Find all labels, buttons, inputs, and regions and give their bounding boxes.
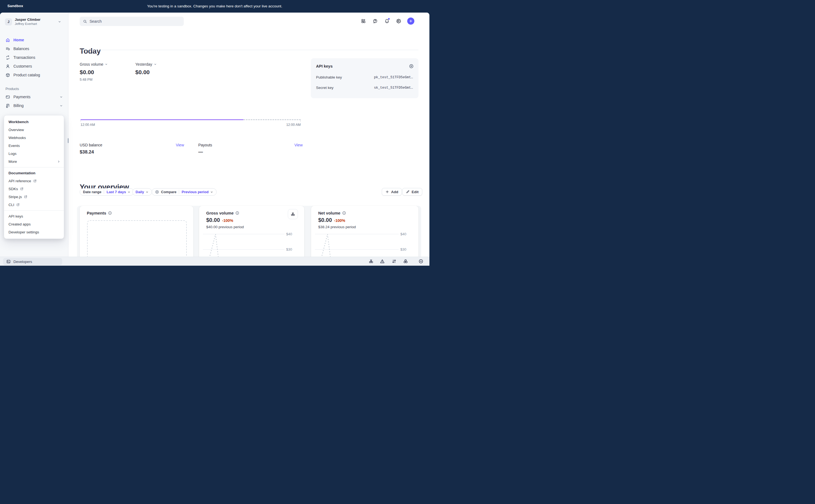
gross-volume-delta: -100% bbox=[222, 218, 233, 223]
account-switcher[interactable]: J Jasper Climber Jeffrey Everhart bbox=[3, 16, 65, 27]
explore-binoculars-icon[interactable] bbox=[369, 259, 374, 264]
gross-volume-value: $0.00 bbox=[80, 69, 108, 76]
menu-item-created-apps[interactable]: Created apps bbox=[4, 220, 64, 228]
menu-item-api-reference[interactable]: API reference bbox=[4, 177, 64, 185]
terminal-icon bbox=[6, 259, 11, 264]
payments-icon bbox=[5, 95, 10, 99]
sidebar-item-label: Payments bbox=[13, 95, 30, 99]
net-volume-figures: $0.00 -100% bbox=[318, 217, 345, 223]
external-link-icon bbox=[20, 187, 24, 191]
y-tick-40: $40 bbox=[400, 232, 412, 236]
net-volume-card-title: Net volume bbox=[318, 211, 346, 215]
notifications-bell-icon[interactable] bbox=[385, 19, 389, 24]
webhooks-knot-icon[interactable] bbox=[403, 259, 408, 264]
interval-value: Daily bbox=[135, 190, 144, 194]
gross-volume-selector[interactable]: Gross volume bbox=[80, 62, 108, 66]
menu-item-logs[interactable]: Logs bbox=[4, 150, 64, 158]
billing-icon bbox=[5, 103, 10, 108]
publishable-key-value[interactable]: pk_test_51TFD5eGmt… bbox=[374, 76, 413, 79]
yesterday-selector[interactable]: Yesterday bbox=[135, 62, 157, 66]
net-volume-delta: -100% bbox=[334, 218, 345, 223]
x-axis-end-label: 12:00 AM bbox=[273, 123, 301, 127]
sidebar-item-label: Balances bbox=[13, 47, 29, 51]
info-icon[interactable] bbox=[342, 211, 346, 215]
popup-heading-workbench: Workbench bbox=[4, 118, 64, 126]
developers-popup-menu: Workbench Overview Webhooks Events Logs … bbox=[4, 115, 64, 239]
today-gross-volume-chart bbox=[80, 119, 301, 121]
payouts-view-link[interactable]: View bbox=[294, 143, 303, 147]
date-range-filter[interactable]: Date range Last 7 days bbox=[80, 188, 134, 196]
external-link-icon bbox=[16, 203, 20, 207]
chevron-down-icon bbox=[58, 20, 61, 24]
chevron-down-icon bbox=[210, 190, 213, 194]
secret-key-value[interactable]: sk_test_51TFD5eGmt… bbox=[374, 86, 413, 90]
remove-compare-icon[interactable] bbox=[155, 190, 159, 194]
sidebar-item-label: Transactions bbox=[13, 55, 35, 60]
search-bar[interactable] bbox=[80, 17, 184, 26]
requests-sort-arrows-icon[interactable] bbox=[392, 259, 397, 264]
info-icon[interactable] bbox=[108, 211, 112, 215]
help-icon[interactable] bbox=[373, 19, 378, 24]
avatar: J bbox=[5, 18, 12, 25]
menu-item-stripejs[interactable]: Stripe.js bbox=[4, 193, 64, 201]
edit-button[interactable]: Edit bbox=[402, 188, 422, 196]
sidebar-item-label: Product catalog bbox=[13, 73, 40, 77]
gridline-30 bbox=[315, 249, 399, 250]
create-button[interactable] bbox=[407, 18, 414, 25]
chevron-down-icon bbox=[105, 63, 108, 66]
usd-balance-view-link[interactable]: View bbox=[176, 143, 184, 147]
chart-line-remaining bbox=[244, 119, 301, 120]
add-button[interactable]: Add bbox=[382, 188, 402, 196]
sidebar-item-payments[interactable]: Payments bbox=[3, 92, 66, 101]
sidebar-item-product-catalog[interactable]: Product catalog bbox=[3, 71, 66, 79]
product-catalog-icon bbox=[5, 73, 10, 77]
menu-item-events[interactable]: Events bbox=[4, 142, 64, 150]
sidebar-item-balances[interactable]: Balances bbox=[3, 44, 66, 53]
menu-item-developer-settings[interactable]: Developer settings bbox=[4, 228, 64, 236]
errors-warning-icon[interactable] bbox=[380, 259, 385, 264]
axis-tick bbox=[80, 120, 81, 122]
account-org: Jeffrey Everhart bbox=[15, 22, 37, 25]
sidebar-item-home[interactable]: Home bbox=[3, 36, 66, 44]
chevron-down-icon bbox=[59, 95, 63, 99]
x-axis-start-label: 12:00 AM bbox=[80, 123, 95, 127]
pencil-icon bbox=[406, 190, 410, 194]
expand-panel-icon[interactable] bbox=[418, 259, 423, 264]
y-tick-30: $30 bbox=[400, 247, 412, 251]
menu-item-api-keys[interactable]: API keys bbox=[4, 212, 64, 220]
external-link-icon bbox=[24, 195, 27, 199]
info-icon[interactable] bbox=[235, 211, 239, 215]
payments-card-title: Payments bbox=[87, 211, 112, 215]
chevron-down-icon bbox=[59, 104, 63, 108]
apps-grid-icon[interactable] bbox=[361, 19, 366, 24]
usd-balance-value: $38.24 bbox=[80, 149, 94, 155]
gross-volume-previous: $40.00 previous period bbox=[206, 225, 244, 229]
compare-value: Previous period bbox=[181, 190, 209, 194]
y-tick-30: $30 bbox=[286, 247, 298, 251]
pill-divider bbox=[104, 190, 104, 194]
sidebar-item-billing[interactable]: Billing bbox=[3, 101, 66, 110]
sidebar-item-transactions[interactable]: Transactions bbox=[3, 53, 66, 62]
settings-gear-icon[interactable] bbox=[396, 19, 401, 24]
interval-filter[interactable]: Daily bbox=[132, 188, 152, 196]
chevron-down-icon bbox=[154, 63, 157, 66]
close-icon[interactable] bbox=[409, 64, 414, 69]
menu-item-webhooks[interactable]: Webhooks bbox=[4, 134, 64, 142]
compare-filter[interactable]: Compare Previous period bbox=[152, 188, 217, 196]
menu-item-cli[interactable]: CLI bbox=[4, 201, 64, 209]
api-keys-title: API keys bbox=[316, 64, 333, 68]
popup-heading-documentation: Documentation bbox=[4, 169, 64, 177]
sidebar-section-products: Products bbox=[5, 87, 63, 91]
sidebar-resize-handle[interactable] bbox=[68, 138, 69, 143]
menu-item-sdks[interactable]: SDKs bbox=[4, 185, 64, 193]
search-input[interactable] bbox=[89, 19, 180, 24]
menu-item-overview[interactable]: Overview bbox=[4, 126, 64, 134]
menu-item-more[interactable]: More bbox=[4, 158, 64, 166]
sidebar-item-customers[interactable]: Customers bbox=[3, 62, 66, 71]
explore-binoculars-button[interactable] bbox=[288, 209, 298, 219]
notification-dot bbox=[388, 18, 390, 20]
payouts-label: Payouts bbox=[198, 143, 212, 147]
developers-button[interactable]: Developers bbox=[3, 258, 62, 265]
plus-icon bbox=[385, 190, 389, 194]
payouts-value: — bbox=[198, 149, 203, 155]
